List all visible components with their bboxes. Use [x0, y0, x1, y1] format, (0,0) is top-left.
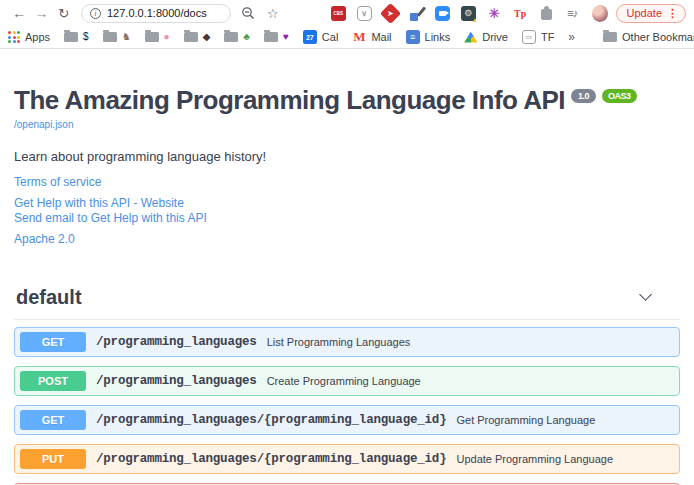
operations-list: GET /programming_languages List Programm… — [14, 327, 680, 485]
folder-emoji: ♞ — [122, 32, 131, 42]
operation-row[interactable]: GET /programming_languages/{programming_… — [14, 405, 680, 435]
operation-summary: Get Programming Language — [456, 414, 595, 426]
folder-icon — [224, 32, 238, 42]
tp-extension-icon[interactable]: Tp — [513, 6, 528, 21]
operation-path: /programming_languages — [96, 374, 257, 388]
camera-glyph — [439, 11, 446, 16]
forward-icon[interactable]: → — [30, 5, 52, 21]
bookmark-folder[interactable]: ♣ — [224, 32, 250, 42]
drive-label: Drive — [482, 31, 508, 43]
license-link[interactable]: Apache 2.0 — [14, 232, 680, 247]
terms-of-service-link[interactable]: Terms of service — [14, 175, 680, 190]
bookmark-tf[interactable]: ▭ TF — [522, 30, 554, 44]
send-arrow-glyph: ➤ — [387, 8, 394, 17]
folder-emoji: ● — [164, 32, 170, 42]
zoom-out-icon[interactable] — [241, 6, 255, 20]
media-playlist-icon[interactable]: ≡♪ — [565, 6, 580, 21]
tf-label: TF — [541, 31, 554, 43]
folder-emoji: ♣ — [243, 32, 250, 42]
eyedropper-glyph — [417, 6, 426, 16]
color-square-glyph — [410, 13, 418, 21]
color-picker-extension-icon[interactable] — [409, 6, 424, 21]
pocket-extension-icon[interactable]: ∨ — [357, 6, 372, 21]
address-bar[interactable]: i 127.0.0.1:8000/docs — [81, 4, 231, 23]
bookmark-star-icon[interactable]: ☆ — [267, 6, 279, 21]
other-bookmarks-label: Other Bookmarks — [622, 31, 694, 43]
operation-path: /programming_languages — [96, 335, 257, 349]
openapi-json-link[interactable]: /openapi.json — [14, 119, 680, 130]
flower-extension-icon[interactable]: ✳ — [487, 6, 502, 21]
update-button[interactable]: Update ⋮ — [616, 4, 686, 23]
browser-window: ← → ↻ i 127.0.0.1:8000/docs ☆ CBS ∨ ➤ ⚙▲… — [0, 0, 694, 485]
bookmark-calendar[interactable]: 27 Cal — [303, 30, 339, 44]
method-badge[interactable]: GET — [20, 332, 86, 352]
update-label: Update — [627, 7, 662, 19]
links-label: Links — [425, 31, 451, 43]
more-menu-icon[interactable]: ⋮ — [667, 7, 678, 20]
apps-label: Apps — [25, 31, 50, 43]
bookmark-folder[interactable]: $ — [64, 32, 89, 42]
folder-emoji: ◆ — [203, 32, 211, 42]
operation-row[interactable]: PUT /programming_languages/{programming_… — [14, 444, 680, 474]
bookmark-drive[interactable]: Drive — [464, 31, 508, 43]
operation-path: /programming_languages/{programming_lang… — [96, 452, 446, 466]
bookmark-folder[interactable]: ♞ — [103, 32, 131, 42]
method-badge[interactable]: POST — [20, 371, 86, 391]
puzzle-glyph — [541, 9, 552, 20]
warning-glyph: ▲ — [472, 17, 478, 23]
tf-icon: ▭ — [522, 30, 536, 44]
oas3-badge: OAS3 — [602, 89, 637, 103]
bookmark-folder[interactable]: ♥ — [264, 32, 289, 42]
bookmark-folder[interactable]: ◆ — [184, 32, 211, 42]
page-title: The Amazing Programming Language Info AP… — [14, 85, 680, 116]
method-badge[interactable]: GET — [20, 410, 86, 430]
calendar-label: Cal — [322, 31, 339, 43]
contact-email-link[interactable]: Send email to Get Help with this API — [14, 211, 680, 226]
folder-emoji: ♥ — [283, 32, 289, 42]
folder-icon — [145, 32, 159, 42]
operation-summary: List Programming Languages — [267, 336, 411, 348]
version-badge: 1.0 — [571, 89, 596, 103]
reload-icon[interactable]: ↻ — [53, 6, 75, 21]
back-icon[interactable]: ← — [8, 5, 30, 21]
folder-icon — [103, 32, 117, 42]
tag-section-default[interactable]: default — [14, 286, 680, 320]
section-title: default — [16, 286, 82, 309]
operation-path: /programming_languages/{programming_lang… — [96, 413, 446, 427]
browser-toolbar: ← → ↻ i 127.0.0.1:8000/docs ☆ CBS ∨ ➤ ⚙▲… — [0, 0, 694, 26]
profile-avatar[interactable] — [592, 5, 608, 22]
bookmark-mail[interactable]: M Mail — [352, 30, 391, 44]
other-bookmarks[interactable]: Other Bookmarks — [603, 31, 694, 43]
swagger-ui: The Amazing Programming Language Info AP… — [0, 85, 694, 485]
operation-summary: Create Programming Language — [267, 375, 421, 387]
apps-shortcut[interactable]: Apps — [8, 31, 50, 43]
folder-icon — [264, 32, 278, 42]
calendar-icon: 27 — [303, 30, 317, 44]
method-badge[interactable]: PUT — [20, 449, 86, 469]
bookmark-folder[interactable]: ● — [145, 32, 170, 42]
blocker-extension-icon[interactable]: ⚙▲ — [461, 6, 476, 21]
send-arrow-extension-icon[interactable]: ➤ — [380, 2, 401, 23]
links-icon: ≡ — [406, 30, 420, 44]
apps-grid-icon — [8, 31, 20, 43]
chevron-down-icon[interactable] — [639, 288, 652, 301]
puzzle-extensions-icon[interactable] — [539, 6, 554, 21]
operation-summary: Update Programming Language — [456, 453, 613, 465]
gmail-icon: M — [352, 30, 366, 44]
contact-website-link[interactable]: Get Help with this API - Website — [14, 196, 680, 211]
operation-row[interactable]: POST /programming_languages Create Progr… — [14, 366, 680, 396]
api-description: Learn about programming language history… — [14, 149, 680, 164]
bookmarks-overflow-chevron[interactable]: » — [568, 30, 575, 44]
folder-emoji: $ — [83, 32, 89, 42]
bookmark-links[interactable]: ≡ Links — [406, 30, 451, 44]
url-text[interactable]: 127.0.0.1:8000/docs — [107, 7, 207, 19]
bookmark-folders: $ ♞ ● ◆ ♣ — [64, 32, 289, 42]
mail-label: Mail — [371, 31, 391, 43]
operation-row[interactable]: GET /programming_languages List Programm… — [14, 327, 680, 357]
folder-icon — [184, 32, 198, 42]
bookmarks-bar: Apps $ ♞ ● — [0, 26, 694, 49]
cbs-extension-icon[interactable]: CBS — [331, 6, 346, 21]
zoom-app-extension-icon[interactable] — [435, 6, 450, 21]
site-info-icon[interactable]: i — [90, 8, 101, 19]
folder-icon — [603, 32, 617, 42]
